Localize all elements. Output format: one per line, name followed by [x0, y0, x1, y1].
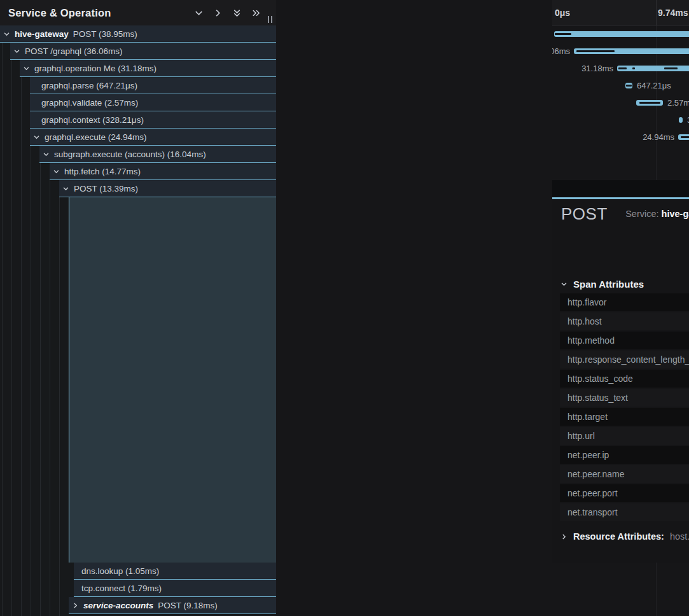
tree-row[interactable]: dns.lookup (1.05ms): [0, 563, 276, 580]
attribute-key: http.flavor: [567, 293, 606, 311]
tree-row[interactable]: graphql.validate (2.57ms): [0, 94, 276, 111]
duration-label: 647.21μs: [637, 77, 671, 94]
tree-row[interactable]: graphql.operation Me (31.18ms): [0, 60, 276, 77]
span-attributes-header[interactable]: Span Attributes: [560, 279, 644, 290]
timeline-axis: 0μs9.74ms19.47ms29.21ms38.95ms: [552, 0, 689, 26]
tree-row[interactable]: http.fetch (14.77ms): [0, 163, 276, 180]
timeline-row[interactable]: 14.77ms: [552, 163, 689, 180]
timeline-row[interactable]: 31.18ms: [552, 60, 689, 77]
span-detail-panel: POST Service: hive-gatewayDuration: 13.3…: [552, 197, 689, 563]
attribute-row: http.response_content_length_uncompresse…: [560, 351, 689, 368]
tree-row-cell: subgraph.execute (accounts) (16.04ms): [39, 146, 276, 163]
attribute-row: net.peer.port4011: [560, 484, 689, 502]
chevron-down-icon[interactable]: [13, 48, 20, 55]
expand-collapse-toolbar: [193, 0, 261, 25]
operation-label: graphql.context (328.21μs): [41, 115, 144, 125]
child-span-marker: [555, 33, 571, 35]
attribute-key: http.method: [567, 332, 615, 349]
attribute-row: net.peer.name"localhost": [560, 465, 689, 483]
double-chevron-right-button[interactable]: [251, 8, 261, 18]
tree-row[interactable]: graphql.context (328.21μs): [0, 111, 276, 129]
tree-row[interactable]: subgraph.execute (accounts) (16.04ms): [0, 146, 276, 163]
chevron-down-icon: [194, 8, 204, 18]
tree-row-cell: graphql.parse (647.21μs): [30, 77, 276, 94]
child-span-marker: [576, 50, 615, 52]
timeline-row[interactable]: 328.21μs: [552, 111, 689, 129]
span-duration-bar[interactable]: [617, 66, 689, 71]
tree-row[interactable]: POST (13.39ms): [0, 180, 276, 197]
timeline-row[interactable]: 1.05ms: [552, 563, 689, 580]
chevron-down-button[interactable]: [193, 8, 204, 18]
operation-label: graphql.validate (2.57ms): [41, 98, 138, 108]
chevron-down-icon[interactable]: [43, 151, 50, 158]
attribute-key: http.target: [567, 408, 608, 426]
timeline-row[interactable]: 36.06ms: [552, 43, 689, 60]
attribute-key: http.status_code: [567, 370, 633, 388]
operation-label: POST /graphql (36.06ms): [25, 46, 123, 56]
tree-row[interactable]: graphql.parse (647.21μs): [0, 77, 276, 94]
span-duration-bar[interactable]: [554, 31, 689, 37]
timeline-row[interactable]: 2.57ms: [552, 94, 689, 111]
resource-attributes-title: Resource Attributes:: [573, 531, 664, 542]
tree-row[interactable]: tcp.connect (1.79ms): [0, 580, 276, 597]
child-span-marker: [632, 67, 635, 69]
timeline-row[interactable]: [552, 25, 689, 43]
duration-label: 2.57ms: [667, 94, 689, 111]
chevron-right-icon: [560, 533, 567, 540]
timeline-row[interactable]: 647.21μs: [552, 77, 689, 94]
detail-span-title: POST: [561, 204, 608, 224]
timeline-rows-bottom: 1.05ms1.79ms9.18ms: [552, 563, 689, 616]
attribute-key: http.response_content_length_uncompresse…: [567, 351, 689, 368]
operation-label: graphql.execute (24.94ms): [45, 132, 147, 142]
attribute-row: net.transport"ip_tcp": [560, 503, 689, 521]
timeline-row[interactable]: 16.04ms: [552, 146, 689, 163]
span-tree-bottom: dns.lookup (1.05ms)tcp.connect (1.79ms)s…: [0, 563, 276, 616]
tree-row-cell: POST /graphql (36.06ms): [10, 43, 276, 60]
chevron-down-icon[interactable]: [62, 185, 69, 192]
double-chevron-down-button[interactable]: [232, 8, 242, 18]
tree-row-cell: tcp.connect (1.79ms): [74, 580, 276, 597]
service-name: hive-gateway: [15, 29, 69, 39]
operation-label: POST (38.95ms): [73, 29, 137, 39]
double-chevron-right-icon: [251, 8, 261, 18]
chevron-down-icon[interactable]: [3, 31, 10, 38]
tree-row-cell: graphql.validate (2.57ms): [30, 94, 276, 111]
name-column-header: Service & Operation: [0, 0, 276, 25]
duration-label: 31.18ms: [581, 60, 613, 77]
attribute-key: net.peer.port: [567, 484, 618, 502]
tree-row[interactable]: service-accountsPOST (9.18ms): [0, 597, 276, 614]
child-span-marker: [681, 136, 689, 138]
tree-row[interactable]: hive-gatewayPOST (38.95ms): [0, 25, 276, 43]
timeline-row[interactable]: 24.94ms: [552, 129, 689, 146]
panel-resize-handle[interactable]: [268, 15, 274, 24]
resource-key: host.arch: [670, 531, 689, 542]
attribute-row: http.host"localhost:4011": [560, 312, 689, 330]
child-span-marker: [626, 85, 632, 87]
timeline-column: 36.06ms31.18ms647.21μs2.57ms328.21μs24.9…: [276, 0, 689, 616]
tree-row-cell: graphql.operation Me (31.18ms): [20, 60, 276, 77]
chevron-down-icon[interactable]: [33, 134, 40, 141]
child-span-marker: [639, 102, 660, 104]
detail-meta-line: Library Version: 0.203.0: [625, 249, 689, 263]
service-name: service-accounts: [83, 601, 153, 610]
tree-row[interactable]: POST /graphql (36.06ms): [0, 43, 276, 60]
chevron-down-icon[interactable]: [23, 65, 30, 72]
timeline-row[interactable]: 1.79ms: [552, 580, 689, 597]
trace-viewer: hive-gatewayPOST (38.95ms)POST /graphql …: [0, 0, 689, 616]
meta-key: Service:: [625, 209, 661, 219]
duration-label: 24.94ms: [643, 129, 674, 146]
tree-row-cell: graphql.context (328.21μs): [30, 111, 276, 129]
tree-row-cell: POST (13.39ms): [59, 180, 276, 197]
operation-label: graphql.parse (647.21μs): [41, 81, 137, 90]
tree-row[interactable]: graphql.execute (24.94ms): [0, 129, 276, 146]
operation-label: tcp.connect (1.79ms): [81, 584, 162, 593]
resource-attributes-row[interactable]: Resource Attributes: host.arch=arm64host…: [560, 531, 689, 542]
chevron-right-icon[interactable]: [72, 602, 79, 609]
span-duration-bar[interactable]: [679, 117, 683, 123]
duration-label: 36.06ms: [552, 43, 570, 60]
timeline-row[interactable]: 9.18ms: [552, 597, 689, 614]
detail-meta: Service: hive-gatewayDuration: 13.39msSt…: [625, 207, 689, 263]
chevron-right-button[interactable]: [212, 8, 223, 18]
chevron-down-icon[interactable]: [53, 168, 60, 175]
timeline-row[interactable]: 13.39ms: [552, 180, 689, 197]
